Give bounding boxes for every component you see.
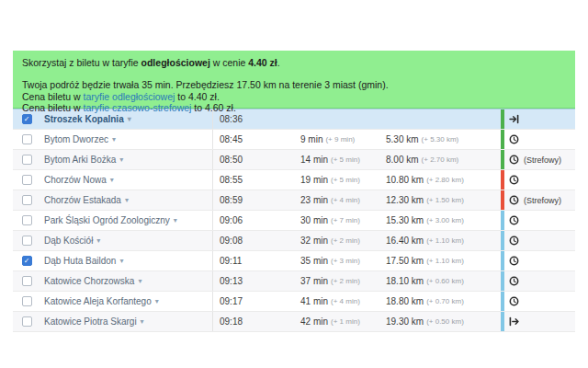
clock-icon <box>509 256 519 266</box>
station-checkbox[interactable] <box>22 276 32 286</box>
duration-delta: (+ 9 min) <box>325 135 355 144</box>
station-name-dropdown[interactable]: Park Śląski Ogród Zoologiczny▾ <box>40 211 213 230</box>
clock-icon <box>509 215 519 225</box>
clock-icon <box>509 175 519 185</box>
travel-duration: 32 min <box>300 236 328 246</box>
chevron-down-icon: ▾ <box>112 135 116 144</box>
station-checkbox[interactable] <box>22 236 32 246</box>
station-name-dropdown[interactable]: Bytom Dworzec▾ <box>40 130 213 149</box>
station-name-dropdown[interactable]: Katowice Chorzowska▾ <box>40 271 213 291</box>
duration-delta: (+ 1 min) <box>331 317 360 326</box>
duration-delta: (+ 4 min) <box>331 196 360 204</box>
stop-status-cell: (Strefowy) <box>504 190 575 210</box>
chevron-down-icon: ▾ <box>128 115 131 123</box>
journey-summary-text: Twoja podróż będzie trwała 35 min. Przeb… <box>22 80 566 91</box>
station-row[interactable]: Dąb Kościół▾09:0832 min(+ 2 min)16.40 km… <box>13 231 575 251</box>
station-name-dropdown[interactable]: Dąb Kościół▾ <box>40 231 213 250</box>
travel-duration-cell: 14 min(+ 5 min) <box>300 150 386 169</box>
checkbox-cell <box>13 231 40 250</box>
station-checkbox[interactable] <box>22 316 32 327</box>
distance-delta: (+ 5.30 km) <box>422 135 459 144</box>
station-checkbox[interactable]: ✓ <box>22 256 32 266</box>
travel-distance-cell: 18.10 km(+ 0.60 km) <box>386 271 501 291</box>
station-checkbox[interactable] <box>22 195 32 205</box>
travel-duration-cell: 32 min(+ 2 min) <box>300 231 386 250</box>
duration-delta: (+ 5 min) <box>331 176 360 184</box>
fare-tariff-name: odległościowej <box>141 57 210 68</box>
travel-distance: 10.80 km <box>386 175 424 185</box>
travel-distance-cell <box>386 109 501 129</box>
station-row[interactable]: Katowice Piotra Skargi▾09:1842 min(+ 1 m… <box>13 312 575 332</box>
duration-delta: (+ 5 min) <box>331 155 360 164</box>
journey-planner: Skorzystaj z biletu w taryfie odległości… <box>13 51 575 332</box>
station-name-label: Park Śląski Ogród Zoologiczny <box>44 215 170 225</box>
distance-tariff-link[interactable]: taryfie odległościowej <box>84 91 175 102</box>
checkbox-cell <box>13 211 40 230</box>
duration-delta: (+ 2 min) <box>331 236 360 245</box>
chevron-down-icon: ▾ <box>174 216 177 224</box>
clock-icon <box>509 195 519 205</box>
departure-time: 08:59 <box>213 190 300 210</box>
travel-distance: 15.30 km <box>386 215 424 225</box>
stop-status-cell <box>504 251 575 270</box>
distance-delta: (+ 2.70 km) <box>422 155 459 164</box>
station-row[interactable]: Chorzów Nowa▾08:5519 min(+ 5 min)10.80 k… <box>13 170 575 190</box>
travel-duration: 37 min <box>300 276 328 286</box>
station-name-dropdown[interactable]: Katowice Aleja Korfantego▾ <box>40 292 213 311</box>
station-checkbox[interactable] <box>22 175 32 185</box>
station-row[interactable]: Katowice Aleja Korfantego▾09:1741 min(+ … <box>13 292 575 312</box>
distance-delta: (+ 1.10 km) <box>426 236 464 245</box>
chevron-down-icon: ▾ <box>119 155 123 164</box>
station-checkbox[interactable]: ✓ <box>22 114 32 124</box>
station-name-dropdown[interactable]: Dąb Huta Baildon▾ <box>40 251 213 270</box>
travel-duration: 35 min <box>300 256 328 266</box>
station-checkbox[interactable] <box>22 296 32 306</box>
stop-status-cell <box>504 312 575 331</box>
clock-icon <box>509 276 519 286</box>
distance-delta: (+ 0.60 km) <box>426 277 464 285</box>
checkbox-cell: ✓ <box>13 251 40 270</box>
travel-distance-cell: 8.00 km(+ 2.70 km) <box>386 150 501 169</box>
travel-distance-cell: 12.30 km(+ 1.50 km) <box>386 190 501 210</box>
sign-out-icon <box>509 316 519 327</box>
station-name-dropdown[interactable]: Bytom Arki Bożka▾ <box>40 150 213 169</box>
duration-delta: (+ 2 min) <box>331 277 360 285</box>
station-row[interactable]: Bytom Arki Bożka▾08:5014 min(+ 5 min)8.0… <box>13 150 575 170</box>
station-name-dropdown[interactable]: Stroszek Kopalnia▾ <box>40 109 213 129</box>
distance-delta: (+ 0.70 km) <box>426 297 464 305</box>
station-row[interactable]: Chorzów Estakada▾08:5923 min(+ 4 min)12.… <box>13 190 575 211</box>
distance-delta: (+ 1.50 km) <box>426 196 464 204</box>
travel-duration: 41 min <box>300 296 328 306</box>
chevron-down-icon: ▾ <box>141 317 144 326</box>
travel-duration-cell: 41 min(+ 4 min) <box>300 292 386 311</box>
travel-distance-cell: 18.80 km(+ 0.70 km) <box>386 292 501 311</box>
station-checkbox[interactable] <box>22 215 32 225</box>
travel-distance: 8.00 km <box>386 155 419 165</box>
distance-delta: (+ 0.50 km) <box>426 317 464 326</box>
stop-status-cell <box>504 211 575 230</box>
chevron-down-icon: ▾ <box>138 277 141 285</box>
chevron-down-icon: ▾ <box>119 257 123 265</box>
distance-delta: (+ 1.10 km) <box>426 257 464 265</box>
station-name-label: Stroszek Kopalnia <box>44 114 124 124</box>
station-checkbox[interactable] <box>22 134 32 144</box>
station-row[interactable]: ✓Stroszek Kopalnia▾08:36 <box>13 109 575 130</box>
station-checkbox[interactable] <box>22 155 32 165</box>
station-name-dropdown[interactable]: Katowice Piotra Skargi▾ <box>40 312 213 331</box>
travel-duration-cell: 19 min(+ 5 min) <box>300 170 386 190</box>
station-name-label: Chorzów Nowa <box>44 175 107 185</box>
fare-info-banner: Skorzystaj z biletu w taryfie odległości… <box>13 51 575 109</box>
station-name-label: Bytom Dworzec <box>44 134 108 144</box>
stop-status-cell <box>504 170 575 190</box>
station-row[interactable]: Bytom Dworzec▾08:459 min(+ 9 min)5.30 km… <box>13 130 575 150</box>
station-row[interactable]: Park Śląski Ogród Zoologiczny▾09:0630 mi… <box>13 211 575 231</box>
station-row[interactable]: ✓Dąb Huta Baildon▾09:1135 min(+ 3 min)17… <box>13 251 575 271</box>
stop-status-cell <box>504 292 575 311</box>
travel-distance-cell: 19.30 km(+ 0.50 km) <box>386 312 501 331</box>
chevron-down-icon: ▾ <box>110 176 114 184</box>
station-name-dropdown[interactable]: Chorzów Estakada▾ <box>40 190 213 210</box>
station-row[interactable]: Katowice Chorzowska▾09:1337 min(+ 2 min)… <box>13 271 575 292</box>
station-name-dropdown[interactable]: Chorzów Nowa▾ <box>40 170 213 190</box>
departure-time: 08:55 <box>213 170 300 190</box>
stop-status-cell <box>504 109 575 129</box>
